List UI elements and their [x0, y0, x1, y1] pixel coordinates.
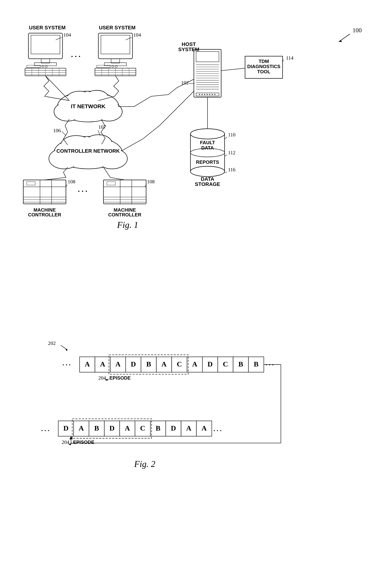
fig2-container: 202 . . . A A A D B A: [15, 318, 377, 567]
svg-rect-19: [98, 33, 133, 59]
svg-point-52: [202, 94, 203, 95]
reports-label: REPORTS: [196, 159, 219, 165]
row1-cell-9: D: [208, 360, 213, 368]
svg-line-104: [45, 76, 69, 101]
svg-line-60: [283, 60, 284, 62]
dots-machines: . . .: [78, 185, 87, 193]
svg-point-51: [199, 94, 200, 95]
svg-rect-6: [25, 68, 66, 76]
row2-cell-10: A: [201, 424, 207, 432]
ref-102: 102: [181, 80, 189, 85]
svg-rect-37: [196, 51, 219, 62]
row2-cell-7: B: [156, 424, 161, 432]
row2-cell-3: B: [94, 424, 99, 432]
svg-rect-78: [27, 182, 35, 185]
fig1-caption: Fig. 1: [117, 220, 138, 230]
svg-rect-2: [29, 33, 62, 59]
row1-cell-11: B: [238, 360, 243, 368]
row2-cell-2: A: [79, 424, 84, 432]
ref-107: 107: [98, 124, 106, 130]
svg-rect-50: [196, 93, 219, 96]
svg-line-74: [62, 131, 66, 136]
svg-rect-22: [104, 63, 126, 66]
svg-rect-32: [97, 65, 110, 68]
svg-point-98: [190, 148, 225, 157]
svg-line-101: [225, 137, 227, 139]
row1-cell-4: D: [131, 360, 136, 368]
row2-cell-8: D: [171, 424, 176, 432]
row2-dots-left: . . .: [41, 425, 49, 433]
svg-rect-5: [34, 63, 57, 66]
tdm-label-2: DIAGNOSTICS: [247, 64, 280, 69]
svg-rect-76: [23, 180, 66, 204]
svg-rect-20: [101, 35, 130, 54]
machine-ctrl-label-1b: CONTROLLER: [28, 212, 61, 217]
svg-rect-85: [104, 180, 146, 204]
ref-204-1: 204: [98, 375, 106, 381]
svg-line-75: [98, 130, 100, 136]
svg-line-84: [66, 185, 67, 187]
svg-point-94: [190, 129, 225, 139]
svg-point-70: [97, 148, 127, 169]
svg-point-66: [85, 90, 108, 106]
svg-line-0: [339, 34, 350, 42]
ref-204-2: 204: [62, 439, 69, 445]
svg-rect-23: [95, 68, 136, 76]
svg-rect-77: [23, 180, 66, 187]
row1-cell-6: A: [161, 360, 166, 368]
fig2-svg: 202 . . . A A A D B A: [15, 318, 377, 567]
svg-point-55: [209, 94, 210, 95]
svg-rect-36: [194, 49, 221, 97]
svg-point-63: [54, 102, 81, 121]
svg-point-65: [66, 91, 93, 108]
row2-cell-6: C: [140, 424, 145, 432]
svg-line-93: [145, 185, 147, 187]
page: 100: [0, 0, 392, 572]
fig2-caption: Fig. 2: [134, 459, 155, 469]
svg-point-72: [85, 135, 112, 152]
machine-ctrl-label-2a: MACHINE: [114, 207, 136, 212]
svg-line-61: [221, 68, 245, 71]
svg-point-69: [49, 148, 79, 169]
row1-cell-10: C: [223, 360, 228, 368]
fig1-container: 100: [15, 11, 377, 325]
it-network-label: IT NETWORK: [71, 103, 106, 109]
row1-dots-left: . . .: [62, 360, 71, 367]
ref-114: 114: [286, 55, 293, 61]
ref-110: 110: [228, 132, 236, 138]
ref-112: 112: [228, 150, 236, 156]
svg-line-103: [225, 172, 227, 173]
svg-rect-21: [111, 59, 120, 63]
svg-point-56: [212, 94, 213, 95]
svg-point-54: [207, 94, 208, 95]
svg-rect-59: [245, 56, 282, 78]
svg-point-57: [214, 94, 215, 95]
data-storage-label2: STORAGE: [195, 181, 220, 187]
tdm-label-1: TDM: [259, 59, 269, 64]
svg-line-106: [61, 346, 68, 350]
row1-cell-3: A: [115, 360, 121, 368]
row1-cell-5: B: [146, 360, 151, 368]
svg-point-33: [112, 65, 114, 67]
svg-point-34: [115, 65, 117, 67]
dots-computers: . . .: [71, 50, 80, 59]
ref-108-2: 108: [147, 179, 155, 184]
svg-point-71: [61, 136, 91, 154]
svg-marker-1: [339, 40, 342, 42]
fault-data-label2: DATA: [201, 145, 214, 150]
host-system-label2: SYSTEM: [178, 47, 199, 52]
svg-point-17: [45, 65, 47, 67]
ref-116: 116: [228, 167, 236, 173]
ctrl-network-label: CONTROLLER NETWORK: [57, 148, 120, 154]
row1-cell-8: A: [192, 360, 197, 368]
svg-rect-95: [190, 134, 225, 144]
row1-dots-right: . . .: [265, 360, 273, 367]
row1-cell-7: C: [177, 360, 182, 368]
machine-ctrl-label-1a: MACHINE: [33, 207, 56, 212]
svg-rect-87: [107, 182, 115, 185]
svg-rect-4: [41, 59, 50, 63]
user-sys-label-1: USER SYSTEM: [29, 25, 66, 31]
ref-202: 202: [48, 340, 56, 346]
svg-rect-15: [27, 65, 40, 68]
svg-rect-3: [31, 35, 60, 54]
